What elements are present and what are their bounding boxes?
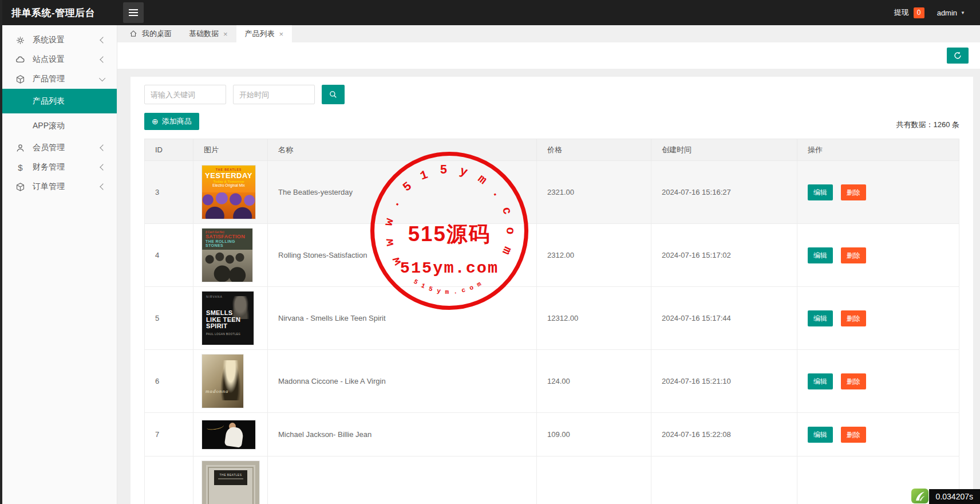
app-title: 排单系统-管理后台 — [0, 6, 117, 19]
cover-art — [207, 423, 224, 430]
sidebar-subitem-product-list[interactable]: 产品列表 — [0, 89, 117, 113]
sidebar-item-finance-management[interactable]: $ 财务管理 — [0, 158, 117, 177]
tab-label: 产品列表 — [245, 29, 275, 39]
delete-button[interactable]: 删除 — [841, 310, 866, 326]
tab-base-data[interactable]: 基础数据 × — [180, 25, 236, 42]
product-image: (I Can't Get No) SATISFACTION THE ROLLIN… — [202, 229, 252, 282]
sidebar-item-label: 会员管理 — [33, 143, 65, 153]
keyword-input[interactable] — [144, 85, 226, 104]
cell-id: 4 — [145, 224, 193, 287]
search-icon — [329, 90, 338, 99]
sidebar-item-label: 产品管理 — [33, 74, 65, 84]
cell-id: 3 — [145, 161, 193, 224]
withdraw-count-badge: 0 — [914, 7, 924, 18]
withdraw-link[interactable]: 提现 0 — [894, 7, 924, 18]
product-image: NIRVANA SMELLS LIKE TEEN SPIRIT PAUL LOG… — [202, 292, 254, 345]
sidebar-subitem-label: 产品列表 — [33, 96, 65, 107]
cell-id: 7 — [145, 413, 193, 456]
chevron-down-icon — [99, 75, 105, 81]
header-image: 图片 — [193, 139, 268, 161]
tab-desktop[interactable]: 我的桌面 — [121, 25, 180, 42]
edit-button[interactable]: 编辑 — [808, 373, 833, 389]
delete-button[interactable]: 删除 — [841, 184, 866, 200]
sidebar-item-member-management[interactable]: 会员管理 — [0, 138, 117, 158]
cover-art — [224, 426, 244, 448]
add-product-button[interactable]: ⊕ 添加商品 — [144, 113, 199, 130]
total-count-text: 共有数据：1260 条 — [896, 120, 959, 130]
cell-created: 2024-07-16 15:22:08 — [651, 413, 797, 456]
cell-id: 6 — [145, 350, 193, 413]
cube-icon — [15, 182, 25, 192]
cell-price: 2312.00 — [537, 224, 651, 287]
tab-product-list[interactable]: 产品列表 × — [236, 25, 293, 42]
sidebar-item-system-settings[interactable]: 系统设置 — [0, 30, 117, 50]
search-button[interactable] — [322, 85, 345, 104]
product-image: madonna — [202, 355, 243, 408]
cell-name: Madonna Ciccone - Like A Virgin — [268, 350, 537, 413]
sidebar-subitem-label: APP滚动 — [33, 121, 65, 131]
cover-artist: THE BEATLES — [214, 473, 247, 477]
sidebar-item-label: 订单管理 — [33, 182, 65, 192]
sidebar-item-product-management[interactable]: 产品管理 — [0, 69, 117, 89]
cube-icon — [15, 74, 25, 84]
header-actions: 操作 — [797, 139, 959, 161]
close-icon[interactable]: × — [279, 30, 284, 38]
tab-label: 我的桌面 — [142, 29, 172, 39]
topbar: 排单系统-管理后台 提现 0 admin ▼ — [0, 0, 980, 25]
chevron-left-icon — [100, 164, 106, 170]
debug-trace: 0.034207s — [911, 488, 980, 504]
tab-bar: 我的桌面 基础数据 × 产品列表 × — [117, 25, 980, 42]
chevron-down-icon: ▼ — [961, 10, 965, 15]
tab-toolbar — [117, 42, 980, 69]
close-icon[interactable]: × — [223, 30, 228, 38]
cloud-icon — [15, 55, 25, 65]
search-row — [144, 85, 959, 104]
delete-button[interactable]: 删除 — [841, 247, 866, 263]
edit-button[interactable]: 编辑 — [808, 310, 833, 326]
cover-title: YESTERDAY — [202, 171, 255, 180]
exec-time-badge: 0.034207s — [929, 489, 980, 504]
chevron-left-icon — [100, 144, 106, 151]
table-row: 3 THE BEATLES YESTERDAY Today & Tomorrow… — [145, 161, 959, 224]
username: admin — [937, 9, 957, 17]
edit-button[interactable]: 编辑 — [808, 247, 833, 263]
product-table: ID 图片 名称 价格 创建时间 操作 3 — [144, 139, 959, 504]
cell-price: 109.00 — [537, 413, 651, 456]
product-image: THE BEATLES YESTERDAY Today & Tomorrow E… — [202, 166, 255, 219]
sidebar-item-label: 财务管理 — [33, 162, 65, 172]
delete-button[interactable]: 删除 — [841, 427, 866, 443]
product-image — [202, 420, 255, 449]
sidebar-item-order-management[interactable]: 订单管理 — [0, 177, 117, 196]
product-image: THE BEATLES — [202, 461, 259, 504]
cell-price: 2321.00 — [537, 161, 651, 224]
cover-art — [202, 250, 252, 282]
product-list-panel: ⊕ 添加商品 共有数据：1260 条 ID 图片 名称 价格 — [131, 77, 973, 504]
hamburger-icon — [129, 9, 138, 10]
start-time-input[interactable] — [233, 85, 315, 104]
thinkphp-logo-icon[interactable] — [911, 488, 929, 504]
cover-art: THE BEATLES — [214, 470, 247, 485]
plus-circle-icon: ⊕ — [152, 117, 159, 126]
edit-button[interactable]: 编辑 — [808, 427, 833, 443]
cell-created: 2024-07-16 15:16:27 — [651, 161, 797, 224]
chevron-left-icon — [100, 56, 106, 62]
cell-name: Nirvana - Smells Like Teen Spirit — [268, 287, 537, 350]
delete-button[interactable]: 删除 — [841, 373, 866, 389]
edit-button[interactable]: 编辑 — [808, 184, 833, 200]
header-created: 创建时间 — [651, 139, 797, 161]
table-row: 6 madonna Madonna Ciccone - Like A Virgi… — [145, 350, 959, 413]
cover-title: madonna — [206, 388, 229, 394]
sidebar-item-site-settings[interactable]: 站点设置 — [0, 50, 117, 69]
sidebar-subitem-app-scroll[interactable]: APP滚动 — [0, 113, 117, 138]
header-name: 名称 — [268, 139, 537, 161]
sidebar: 系统设置 站点设置 产品管理 产品列表 APP滚动 会员管理 — [0, 25, 117, 504]
cover-line: Electro Original Mix — [202, 183, 255, 187]
withdraw-label: 提现 — [894, 7, 909, 18]
user-menu[interactable]: admin ▼ — [937, 9, 965, 17]
sidebar-item-label: 站点设置 — [33, 54, 65, 65]
cover-art — [202, 192, 255, 219]
sidebar-toggle-button[interactable] — [123, 2, 144, 23]
refresh-button[interactable] — [947, 48, 969, 64]
cover-title: SATISFACTION — [206, 234, 252, 239]
cell-price: 124.00 — [537, 350, 651, 413]
